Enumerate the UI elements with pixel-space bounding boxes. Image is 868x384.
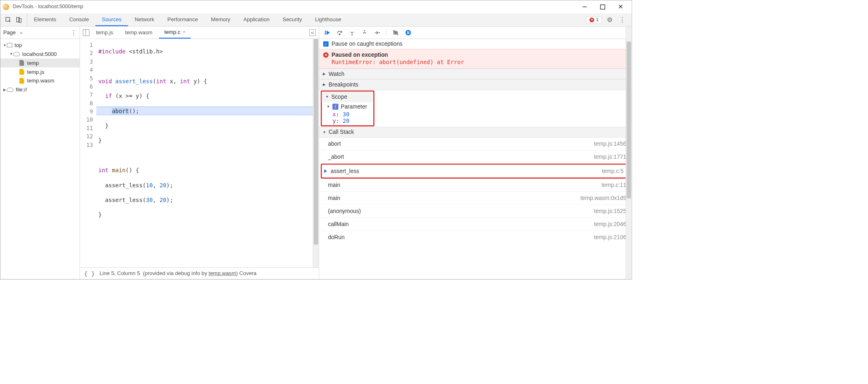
editor-tab-tempjs[interactable]: temp.js — [91, 27, 118, 39]
tab-performance[interactable]: Performance — [161, 13, 204, 26]
scope-variable[interactable]: x: 30 — [322, 111, 373, 118]
error-count-pill[interactable]: ✕ 1 — [586, 16, 602, 23]
expand-icon[interactable]: ▼ — [9, 52, 13, 56]
callstack-section[interactable]: ▼ Call Stack — [319, 127, 632, 138]
tree-file-tempjs[interactable]: temp.js — [0, 67, 80, 76]
step-out-icon[interactable] — [361, 29, 368, 36]
tab-sources[interactable]: Sources — [95, 13, 128, 26]
window-minimize-button[interactable] — [576, 0, 594, 13]
pretty-print-icon[interactable]: { } — [84, 270, 95, 277]
tree-host[interactable]: ▼ localhost:5000 — [0, 50, 80, 59]
file-icon — [19, 60, 24, 66]
callstack-frame[interactable]: callMain temp.js:2046 — [319, 218, 632, 231]
frame-fn: main — [328, 182, 340, 188]
error-count: 1 — [596, 17, 598, 22]
navigator-tab-page[interactable]: Page — [3, 29, 16, 36]
frame-loc: temp.js:1456 — [594, 141, 626, 147]
debug-source-link[interactable]: temp.wasm — [209, 270, 236, 276]
expand-icon: ▼ — [325, 95, 330, 99]
callstack-frame[interactable]: (anonymous) temp.js:1525 — [319, 205, 632, 218]
editor-tab-tempwasm[interactable]: temp.wasm — [120, 27, 158, 39]
tab-label: temp.js — [96, 29, 113, 36]
step-icon[interactable] — [374, 29, 380, 36]
frame-loc: temp.js:2046 — [594, 221, 626, 227]
settings-icon[interactable]: ⚙ — [605, 16, 614, 24]
tab-console[interactable]: Console — [63, 13, 95, 26]
scope-group[interactable]: ▼ f Parameter — [322, 102, 373, 111]
expand-icon[interactable]: ▶ — [3, 88, 7, 92]
svg-rect-3 — [325, 30, 326, 35]
editor-scrollbar[interactable] — [313, 39, 319, 267]
tree-top[interactable]: ▼ top — [0, 41, 80, 50]
debugger-panel: ✓ Pause on caught exceptions ✕ Paused on… — [319, 27, 632, 280]
tree-filescheme[interactable]: ▶ file:// — [0, 85, 80, 94]
tab-network[interactable]: Network — [128, 13, 161, 26]
navigator-header: Page » ⋮ — [0, 27, 80, 39]
tree-label: temp.wasm — [27, 78, 54, 84]
tree-file-tempwasm[interactable]: temp.wasm — [0, 76, 80, 85]
file-icon — [19, 69, 24, 75]
expand-icon: ▼ — [323, 130, 328, 134]
scope-section[interactable]: ▼ Scope — [322, 91, 373, 102]
callstack-frame[interactable]: main temp.c:11 — [319, 179, 632, 192]
checkbox-label: Pause on caught exceptions — [331, 41, 402, 47]
callstack-frame[interactable]: abort temp.js:1456 — [319, 138, 632, 151]
scope-variable[interactable]: y: 20 — [322, 118, 373, 124]
callstack-frame-current[interactable]: assert_less temp.c:5 — [322, 164, 629, 178]
step-over-icon[interactable] — [336, 29, 343, 36]
show-debugger-icon[interactable]: ▸| — [309, 29, 316, 36]
breakpoints-section[interactable]: ▶ Breakpoints — [319, 79, 632, 90]
pause-exceptions-icon[interactable] — [405, 29, 411, 36]
tree-label: file:// — [16, 87, 27, 93]
code-body[interactable]: #include <stdlib.h> void assert_less(int… — [96, 39, 319, 267]
callstack-frame[interactable]: doRun temp.js:2106 — [319, 231, 632, 244]
resume-icon[interactable] — [324, 29, 331, 36]
tab-elements[interactable]: Elements — [27, 13, 63, 26]
step-into-icon[interactable] — [349, 29, 355, 36]
tree-label: top — [15, 42, 22, 48]
window-maximize-button[interactable] — [594, 0, 612, 13]
tab-security[interactable]: Security — [276, 13, 309, 26]
code-editor[interactable]: 12345678910111213 #include <stdlib.h> vo… — [80, 39, 319, 267]
device-icon[interactable] — [16, 16, 22, 23]
callstack-frame[interactable]: _abort temp.js:1771 — [319, 151, 632, 164]
error-icon: ✕ — [323, 52, 329, 58]
frame-loc: temp.wasm:0x1d9 — [580, 195, 626, 201]
frame-loc: temp.js:1771 — [594, 154, 626, 160]
cloud-icon — [7, 88, 13, 92]
navigator-more-tabs-icon[interactable]: » — [20, 30, 22, 35]
scope-group-label: Parameter — [341, 103, 367, 110]
expand-icon[interactable]: ▼ — [3, 43, 7, 47]
tab-memory[interactable]: Memory — [204, 13, 237, 26]
frame-icon — [7, 43, 12, 47]
tree-label: localhost:5000 — [22, 51, 57, 57]
exception-title: Paused on exception — [331, 52, 388, 58]
editor-tab-tempc[interactable]: temp.c × — [159, 27, 191, 39]
frame-loc: temp.js:1525 — [594, 208, 626, 214]
frame-fn: abort — [328, 141, 341, 147]
window-close-button[interactable]: ✕ — [611, 0, 629, 13]
tab-application[interactable]: Application — [237, 13, 276, 26]
show-navigator-icon[interactable] — [83, 29, 89, 36]
more-icon[interactable]: ⋮ — [617, 16, 628, 24]
tab-lighthouse[interactable]: Lighthouse — [309, 13, 348, 26]
checkbox-checked-icon: ✓ — [323, 41, 329, 47]
watch-section[interactable]: ▶ Watch — [319, 69, 632, 79]
local-scope-icon: f — [333, 104, 339, 110]
frame-fn: assert_less — [331, 168, 359, 174]
navigator-menu-icon[interactable]: ⋮ — [71, 29, 77, 36]
editor-panel: temp.js temp.wasm temp.c × ▸| 1234567891… — [80, 27, 319, 280]
svg-rect-9 — [407, 31, 408, 34]
deactivate-breakpoints-icon[interactable] — [393, 29, 399, 36]
svg-rect-10 — [408, 31, 409, 34]
inspect-icon[interactable] — [5, 16, 11, 23]
callstack-frame[interactable]: main temp.wasm:0x1d9 — [319, 192, 632, 205]
close-tab-icon[interactable]: × — [183, 29, 186, 35]
debugger-scrollbar[interactable] — [626, 27, 632, 280]
file-tree: ▼ top ▼ localhost:5000 temp temp.js temp… — [0, 39, 80, 96]
svg-point-7 — [379, 32, 380, 33]
tree-file-temp[interactable]: temp — [0, 58, 80, 67]
pause-on-caught-checkbox[interactable]: ✓ Pause on caught exceptions — [319, 39, 632, 49]
section-label: Breakpoints — [329, 81, 358, 88]
svg-point-6 — [364, 30, 365, 31]
